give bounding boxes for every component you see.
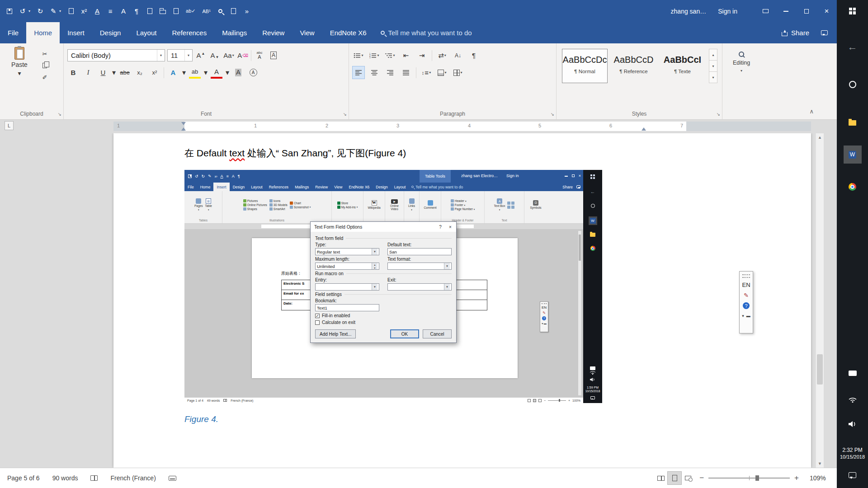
- text-effects-dropdown-icon[interactable]: ▾: [182, 68, 186, 77]
- tab-references[interactable]: References: [164, 22, 214, 43]
- copy-icon[interactable]: [39, 61, 51, 70]
- show-paragraph-marks-icon[interactable]: ¶: [468, 49, 480, 61]
- open-folder-icon[interactable]: [160, 8, 166, 14]
- qat-overflow-button[interactable]: »: [244, 7, 250, 15]
- page-icon[interactable]: [68, 8, 74, 14]
- subscript-button[interactable]: x₂: [134, 66, 146, 79]
- figure-caption[interactable]: Figure 4.: [184, 414, 218, 424]
- font-size-combobox[interactable]: 11▾: [167, 49, 193, 61]
- sign-in-link[interactable]: Sign in: [718, 8, 737, 15]
- print-icon[interactable]: [173, 8, 179, 14]
- share-button[interactable]: Share: [782, 29, 809, 37]
- handwriting-icon[interactable]: ✎: [744, 292, 749, 299]
- language-indicator[interactable]: French (France): [110, 474, 156, 482]
- font-color-dropdown-icon[interactable]: ▾: [226, 68, 229, 77]
- tab-view[interactable]: View: [292, 22, 322, 43]
- numbering-icon[interactable]: 123 ▾: [368, 49, 380, 61]
- input-method-icon[interactable]: [169, 476, 176, 481]
- character-border-button[interactable]: A: [268, 49, 279, 61]
- cortana-button[interactable]: [849, 81, 856, 88]
- paragraph-dialog-launcher[interactable]: ↘: [551, 112, 554, 117]
- new-document-icon[interactable]: [146, 8, 153, 14]
- styles-gallery-up-icon[interactable]: ▴: [709, 49, 717, 60]
- tab-review[interactable]: Review: [255, 22, 292, 43]
- document-page[interactable]: 在 Default text 处输入“ San Zhang”, 见下图(Figu…: [113, 133, 811, 468]
- align-right-icon[interactable]: [384, 66, 396, 79]
- font-dialog-launcher[interactable]: ↘: [343, 112, 347, 117]
- decrease-indent-icon[interactable]: ⇤: [400, 49, 412, 61]
- styles-gallery-down-icon[interactable]: ▾: [709, 60, 717, 71]
- network-icon[interactable]: [848, 396, 857, 403]
- pilcrow-icon[interactable]: ¶: [133, 7, 140, 15]
- format-painter-icon[interactable]: ✐: [39, 72, 51, 82]
- zoom-slider[interactable]: [708, 478, 790, 479]
- font-color-button[interactable]: A: [211, 66, 222, 79]
- highlight-dropdown-icon[interactable]: ▾: [204, 68, 208, 77]
- clock[interactable]: 2:32 PM: [842, 446, 863, 454]
- justify-icon[interactable]: [400, 66, 412, 79]
- font-underline-icon[interactable]: A: [94, 7, 100, 15]
- page-indicator[interactable]: Page 5 of 6: [7, 474, 40, 482]
- comments-icon[interactable]: [821, 30, 828, 35]
- increase-indent-icon[interactable]: ⇥: [416, 49, 428, 61]
- language-bar[interactable]: EN ✎ ? ▾▬: [739, 271, 753, 333]
- tell-me-box[interactable]: Tell me what you want to do: [381, 22, 472, 43]
- sort-icon[interactable]: A↓: [452, 49, 464, 61]
- tab-home[interactable]: Home: [26, 22, 60, 43]
- font-family-combobox[interactable]: Calibri (Body)▾: [67, 49, 165, 61]
- style-reference[interactable]: AaBbCcD ¶ Reference: [611, 49, 656, 83]
- styles-dialog-launcher[interactable]: ↘: [717, 112, 720, 117]
- cut-icon[interactable]: ✂: [39, 49, 51, 59]
- redo-icon[interactable]: ↻: [37, 7, 43, 15]
- superscript-icon[interactable]: x²: [81, 7, 87, 15]
- file-explorer-button[interactable]: [844, 114, 862, 132]
- close-button[interactable]: ×: [816, 0, 837, 22]
- font-icon[interactable]: A: [120, 7, 127, 15]
- search-document-icon[interactable]: [217, 9, 224, 13]
- tab-design[interactable]: Design: [92, 22, 129, 43]
- enclose-characters-button[interactable]: A: [247, 66, 259, 79]
- zoom-level[interactable]: 109%: [810, 474, 830, 482]
- underline-dropdown-icon[interactable]: ▾: [112, 68, 116, 77]
- ink-pen-icon[interactable]: ✎: [50, 7, 57, 15]
- tab-mailings[interactable]: Mailings: [214, 22, 255, 43]
- zoom-in-button[interactable]: +: [790, 474, 803, 483]
- align-center-icon[interactable]: [368, 66, 380, 79]
- bold-button[interactable]: B: [67, 66, 79, 79]
- scrollbar-thumb[interactable]: [817, 354, 823, 385]
- tab-endnote[interactable]: EndNote X6: [322, 22, 374, 43]
- save-icon[interactable]: [6, 9, 13, 14]
- body-text-line[interactable]: 在 Default text 处输入“ San Zhang”, 见下图(Figu…: [184, 147, 406, 160]
- shading-button[interactable]: ▾: [436, 66, 448, 79]
- tab-file[interactable]: File: [0, 22, 26, 43]
- bullets-icon[interactable]: ▾: [353, 49, 364, 61]
- tab-insert[interactable]: Insert: [60, 22, 92, 43]
- ribbon-display-options-icon[interactable]: [755, 0, 776, 22]
- langbar-grip[interactable]: [742, 274, 750, 275]
- word-count[interactable]: 90 words: [52, 474, 78, 482]
- align-left-icon[interactable]: [353, 66, 364, 79]
- scroll-up-icon[interactable]: ▲: [816, 133, 824, 141]
- styles-gallery-more-icon[interactable]: ▾: [709, 71, 717, 83]
- right-indent-marker[interactable]: [642, 125, 646, 131]
- line-spacing-button[interactable]: ↕≡▾: [420, 66, 432, 79]
- editing-button[interactable]: Editing ▾: [722, 52, 760, 73]
- start-button[interactable]: [844, 5, 862, 17]
- line-spacing-icon[interactable]: ≡: [107, 7, 113, 15]
- clear-formatting-button[interactable]: A⌫: [237, 49, 249, 61]
- langbar-minimize-icon[interactable]: ▬: [746, 314, 750, 318]
- date[interactable]: 10/15/2018: [840, 454, 865, 460]
- hanging-indent-marker[interactable]: [181, 125, 186, 131]
- undo-dropdown-icon[interactable]: ▾: [28, 9, 30, 13]
- italic-button[interactable]: I: [82, 66, 94, 79]
- read-mode-button[interactable]: [654, 472, 668, 484]
- scroll-down-icon[interactable]: ▼: [816, 460, 824, 468]
- spelling-icon[interactable]: ab✓: [186, 8, 195, 14]
- chrome-taskbar-button[interactable]: [844, 178, 862, 196]
- asian-layout-icon[interactable]: ⇄▾: [436, 49, 448, 61]
- volume-icon[interactable]: [848, 421, 857, 427]
- style-normal[interactable]: AaBbCcDc ¶ Normal: [562, 49, 608, 83]
- shrink-font-button[interactable]: A▼: [209, 49, 221, 61]
- web-layout-button[interactable]: [681, 472, 695, 484]
- highlight-button[interactable]: ab: [189, 66, 201, 79]
